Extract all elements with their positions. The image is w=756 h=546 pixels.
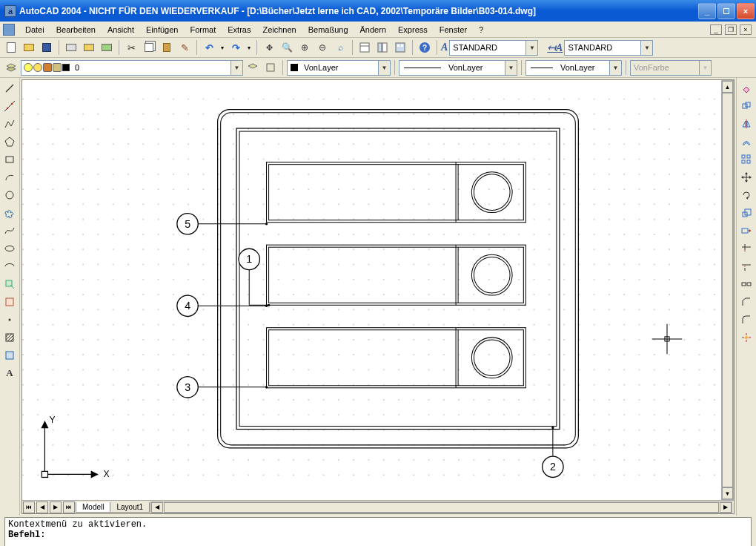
scroll-right-button[interactable]: ▶ [720, 502, 732, 513]
menu-fenster[interactable]: Fenster [434, 24, 473, 36]
tab-first-button[interactable]: ⏮ [23, 501, 35, 513]
xline-button[interactable] [1, 98, 18, 114]
chamfer-button[interactable] [738, 294, 755, 310]
insert-block-button[interactable] [1, 276, 18, 292]
drawing-canvas[interactable]: 5 1 4 3 2 [22, 80, 721, 500]
revcloud-button[interactable] [1, 205, 18, 221]
menu-zeichnen[interactable]: Zeichnen [256, 24, 302, 36]
toolpalettes-button[interactable] [392, 39, 408, 56]
menu-express[interactable]: Express [392, 24, 434, 36]
extend-button[interactable] [738, 258, 755, 274]
zoom-window-button[interactable]: ⊕ [296, 39, 313, 56]
menu-datei[interactable]: Datei [19, 24, 50, 36]
color-combo[interactable]: VonLayer▼ [287, 60, 391, 76]
move-button[interactable] [738, 169, 755, 185]
scroll-left-button[interactable]: ◀ [151, 502, 163, 513]
save-button[interactable] [39, 39, 55, 56]
layer-manager-button[interactable] [3, 59, 19, 76]
make-block-button[interactable] [1, 294, 18, 310]
spline-button[interactable] [1, 223, 18, 239]
tab-last-button[interactable]: ⏭ [63, 501, 75, 513]
hscroll-thumb[interactable] [164, 502, 719, 513]
mdi-restore-button[interactable]: ❐ [725, 24, 737, 35]
menu-einfuegen[interactable]: Einfügen [140, 24, 184, 36]
plot-preview-button[interactable] [81, 39, 97, 56]
menu-ansicht[interactable]: Ansicht [102, 24, 140, 36]
mirror-button[interactable] [738, 116, 755, 132]
explode-button[interactable] [738, 329, 755, 346]
tab-layout1[interactable]: Layout1 [110, 502, 150, 513]
designcenter-button[interactable] [374, 39, 391, 56]
mdi-close-button[interactable]: × [740, 24, 752, 35]
hatch-button[interactable] [1, 329, 18, 346]
polyline-button[interactable] [1, 116, 18, 132]
offset-button[interactable] [738, 134, 755, 150]
dimstyle-icon: ↤A [547, 42, 563, 54]
array-button[interactable] [738, 151, 755, 168]
trim-button[interactable] [738, 240, 755, 257]
zoom-realtime-button[interactable]: 🔍 [279, 39, 295, 56]
ellipse-arc-button[interactable] [1, 258, 18, 274]
redo-dropdown[interactable]: ▾ [245, 39, 253, 56]
help-button[interactable]: ? [417, 39, 433, 56]
tab-next-button[interactable]: ▶ [50, 501, 62, 513]
cut-button[interactable]: ✂ [123, 39, 139, 56]
rectangle-button[interactable] [1, 151, 18, 168]
copy-obj-button[interactable] [738, 98, 755, 114]
open-button[interactable] [21, 39, 37, 56]
layer-previous-button[interactable] [245, 59, 261, 76]
arc-button[interactable] [1, 169, 18, 185]
print-button[interactable] [63, 39, 79, 56]
layer-combo[interactable]: 0▼ [21, 60, 243, 76]
tab-model[interactable]: Modell [76, 502, 110, 513]
vertical-scrollbar[interactable]: ▲ ▼ [721, 80, 734, 500]
lineweight-combo[interactable]: VonLayer▼ [525, 60, 622, 76]
svg-rect-2 [378, 43, 382, 52]
scroll-down-button[interactable]: ▼ [722, 487, 733, 499]
zoom-previous-button[interactable]: ⊖ [314, 39, 331, 56]
menu-bemassung[interactable]: Bemaßung [302, 24, 354, 36]
linetype-combo[interactable]: VonLayer▼ [399, 60, 517, 76]
mtext-button[interactable]: A [1, 365, 18, 381]
menu-extras[interactable]: Extras [222, 24, 256, 36]
close-button[interactable]: × [737, 3, 755, 19]
scroll-up-button[interactable]: ▲ [722, 81, 733, 93]
textstyle-combo[interactable]: STANDARD▼ [449, 40, 538, 56]
maximize-button[interactable] [717, 3, 735, 19]
dimstyle-combo[interactable]: STANDARD▼ [564, 40, 653, 56]
matchprop-button[interactable]: ✎ [176, 39, 193, 56]
menu-bearbeiten[interactable]: Bearbeiten [50, 24, 102, 36]
undo-button[interactable]: ↶ [201, 39, 217, 56]
publish-button[interactable] [99, 39, 115, 56]
menu-aendern[interactable]: Ändern [354, 24, 392, 36]
properties-button[interactable] [357, 39, 373, 56]
region-button[interactable] [1, 347, 18, 364]
stretch-button[interactable] [738, 223, 755, 239]
point-button[interactable] [1, 312, 18, 328]
menu-format[interactable]: Format [184, 24, 222, 36]
vscroll-thumb[interactable] [722, 93, 733, 487]
undo-dropdown[interactable]: ▾ [219, 39, 226, 56]
scale-button[interactable] [738, 205, 755, 221]
mdi-minimize-button[interactable]: _ [710, 24, 722, 35]
polygon-button[interactable] [1, 134, 18, 150]
new-button[interactable] [3, 39, 19, 56]
zoom-flyout-button[interactable]: ⌕ [332, 39, 348, 56]
line-button[interactable] [1, 80, 18, 96]
copy-button[interactable] [141, 39, 157, 56]
layer-states-button[interactable] [262, 59, 279, 76]
fillet-button[interactable] [738, 312, 755, 328]
redo-button[interactable]: ↷ [228, 39, 244, 56]
pan-button[interactable]: ✥ [261, 39, 277, 56]
ellipse-button[interactable] [1, 240, 18, 257]
erase-button[interactable] [738, 80, 755, 96]
tab-prev-button[interactable]: ◀ [36, 501, 48, 513]
paste-button[interactable] [159, 39, 175, 56]
rotate-button[interactable] [738, 187, 755, 203]
command-line[interactable]: Kontextmenü zu aktivieren. Befehl: [4, 517, 752, 546]
menu-help[interactable]: ? [473, 24, 489, 36]
horizontal-scrollbar[interactable]: ◀ ▶ [150, 501, 732, 513]
minimize-button[interactable]: _ [698, 3, 716, 19]
circle-button[interactable] [1, 187, 18, 203]
break-button[interactable] [738, 276, 755, 292]
